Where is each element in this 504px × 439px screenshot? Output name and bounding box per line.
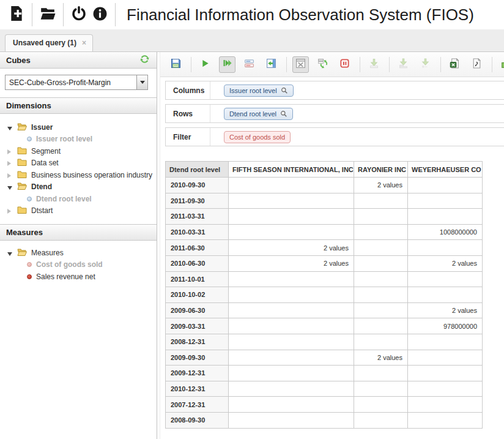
tree-item[interactable]: Dtend root level	[0, 193, 157, 205]
tree-item[interactable]: Issuer root level	[0, 133, 157, 146]
expand-icon[interactable]	[7, 146, 13, 157]
tree-item[interactable]: Dtend	[0, 181, 157, 193]
tree-item[interactable]: Segment	[0, 145, 157, 157]
tab-unsaved-query[interactable]: Unsaved query (1) ×	[5, 34, 93, 51]
value-cell[interactable]	[408, 366, 483, 381]
export-excel-button[interactable]	[447, 56, 463, 73]
tree-item[interactable]: Measures	[0, 247, 157, 259]
row-header-cell[interactable]: 2010-12-31	[166, 381, 229, 397]
value-cell[interactable]	[354, 209, 408, 225]
hide-parents-button[interactable]	[241, 56, 258, 73]
toggle-fields-button[interactable]	[263, 56, 280, 73]
drill-position-button[interactable]	[366, 56, 382, 73]
tree-item[interactable]: Business business operation industry	[0, 169, 157, 181]
value-cell[interactable]	[408, 209, 483, 225]
value-cell[interactable]	[229, 209, 354, 225]
drill-through-button[interactable]	[417, 56, 434, 73]
table-mode-button[interactable]	[292, 56, 309, 73]
row-header-cell[interactable]: 2010-10-02	[166, 287, 229, 303]
tree-item[interactable]: Sales revenue net	[0, 271, 157, 283]
value-cell[interactable]	[354, 318, 408, 334]
value-cell[interactable]	[229, 287, 354, 303]
row-header-cell[interactable]: 2008-12-31	[166, 334, 229, 350]
cube-select[interactable]: SEC-Cube-Gross-Profit-Margin	[5, 75, 148, 90]
value-cell[interactable]	[354, 412, 408, 428]
row-header-cell[interactable]: 2011-09-30	[166, 193, 229, 209]
value-cell[interactable]	[229, 302, 354, 318]
value-cell[interactable]	[354, 366, 408, 381]
value-cell[interactable]	[354, 193, 408, 209]
column-header[interactable]: FIFTH SEASON INTERNATIONAL, INC.	[229, 162, 354, 178]
row-header-cell[interactable]: 2009-03-31	[166, 318, 229, 334]
expand-icon[interactable]	[7, 247, 13, 258]
axis-chip[interactable]: Issuer root level	[224, 84, 294, 97]
value-cell[interactable]	[354, 334, 408, 350]
value-cell[interactable]: 2 values	[408, 302, 483, 318]
value-cell[interactable]: 1008000000	[408, 224, 483, 240]
value-cell[interactable]	[229, 366, 354, 381]
logout-button[interactable]	[69, 4, 89, 25]
row-header-cell[interactable]: 2010-09-30	[166, 178, 229, 193]
value-cell[interactable]	[229, 381, 354, 397]
value-cell[interactable]: 2 values	[229, 255, 354, 271]
row-header-cell[interactable]: 2008-09-30	[166, 412, 229, 428]
expand-icon[interactable]	[7, 157, 13, 168]
value-cell[interactable]	[229, 271, 354, 287]
value-cell[interactable]	[229, 412, 354, 428]
value-cell[interactable]	[354, 381, 408, 397]
value-cell[interactable]	[354, 302, 408, 318]
value-cell[interactable]: 2 values	[229, 240, 354, 256]
value-cell[interactable]	[229, 397, 354, 413]
swap-axes-button[interactable]	[314, 56, 331, 73]
value-cell[interactable]	[408, 397, 483, 413]
axis-chip[interactable]: Cost of goods sold	[224, 131, 291, 143]
mdx-editor-button[interactable]	[469, 56, 485, 73]
axis-chip[interactable]: Dtend root level	[224, 108, 293, 120]
new-query-button[interactable]	[6, 4, 27, 25]
value-cell[interactable]	[354, 287, 408, 303]
chevron-down-icon[interactable]	[136, 75, 147, 89]
value-cell[interactable]	[354, 397, 408, 413]
value-cell[interactable]	[408, 412, 483, 428]
column-header[interactable]: WEYERHAEUSER CO	[408, 162, 483, 178]
row-header-cell[interactable]: 2011-03-31	[166, 209, 229, 225]
about-button[interactable]	[89, 4, 110, 25]
tree-item[interactable]: Cost of goods sold	[0, 259, 157, 271]
tree-item[interactable]: Issuer	[0, 121, 157, 133]
value-cell[interactable]	[229, 224, 354, 240]
value-cell[interactable]	[408, 240, 483, 256]
value-cell[interactable]	[354, 255, 408, 271]
expand-icon[interactable]	[7, 181, 13, 192]
value-cell[interactable]	[354, 224, 408, 240]
value-cell[interactable]	[408, 193, 483, 209]
non-empty-cells-button[interactable]	[336, 56, 353, 73]
row-header-cell[interactable]: 2011-10-01	[166, 271, 229, 287]
open-query-button[interactable]	[37, 4, 58, 25]
row-header-cell[interactable]: 2011-06-30	[166, 240, 229, 256]
value-cell[interactable]	[354, 271, 408, 287]
expand-icon[interactable]	[7, 205, 13, 216]
save-query-button[interactable]	[168, 56, 184, 73]
value-cell[interactable]: 978000000	[408, 318, 483, 334]
value-cell[interactable]	[408, 287, 483, 303]
expand-icon[interactable]	[7, 170, 13, 181]
value-cell[interactable]	[408, 334, 483, 350]
magnifier-icon[interactable]	[281, 87, 288, 94]
tree-item[interactable]: Data set	[0, 157, 157, 170]
value-cell[interactable]	[408, 178, 483, 193]
row-header-cell[interactable]: 2009-06-30	[166, 302, 229, 318]
expand-icon[interactable]	[7, 122, 13, 133]
run-query-button[interactable]	[197, 56, 213, 73]
value-cell[interactable]	[229, 334, 354, 350]
value-cell[interactable]	[229, 350, 354, 366]
value-cell[interactable]	[408, 381, 483, 397]
value-cell[interactable]: 2 values	[354, 178, 408, 193]
value-cell[interactable]	[229, 193, 354, 209]
value-cell[interactable]	[354, 240, 408, 256]
row-header-cell[interactable]: 2009-09-30	[166, 350, 229, 366]
tree-item[interactable]: Dtstart	[0, 205, 157, 217]
row-header-cell[interactable]: 2010-06-30	[166, 255, 229, 271]
column-header[interactable]: RAYONIER INC	[354, 162, 408, 178]
value-cell[interactable]	[408, 350, 483, 366]
drill-replace-button[interactable]	[395, 56, 412, 73]
